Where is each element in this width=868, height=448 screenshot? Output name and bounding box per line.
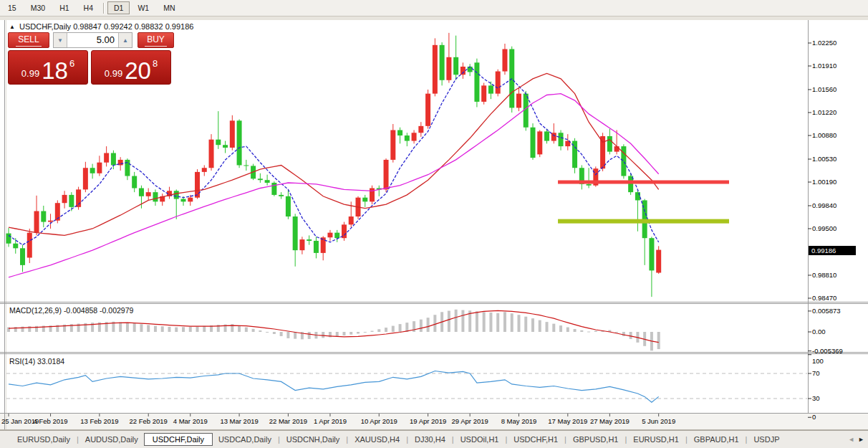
date-axis-label: 1 Apr 2019: [314, 417, 347, 425]
date-axis-label: 19 Apr 2019: [410, 417, 446, 425]
date-axis-label: 8 May 2019: [501, 417, 537, 425]
ask-pip-digit: 8: [153, 58, 158, 69]
rsi-indicator-label: RSI(14) 33.0184: [9, 357, 64, 366]
date-axis-label: 27 May 2019: [590, 417, 630, 425]
ask-big-digits: 20: [125, 61, 151, 81]
date-axis-label: 17 May 2019: [548, 417, 587, 425]
macd-axis-label: 0.00: [812, 328, 826, 335]
chart-ohlc-values: 0.98847 0.99242 0.98832 0.99186: [73, 22, 193, 31]
timeframe-button-w1[interactable]: W1: [131, 1, 155, 14]
price-axis-label: 1.00190: [812, 178, 836, 186]
timeframe-button-d1[interactable]: D1: [107, 1, 130, 14]
sell-button[interactable]: SELL: [8, 32, 49, 48]
timeframe-button-h1[interactable]: H1: [53, 1, 75, 14]
date-axis-label: 10 Apr 2019: [361, 417, 397, 425]
price-axis-label: 0.98470: [812, 294, 836, 302]
ask-prefix: 0.99: [105, 68, 122, 79]
date-axis-label: 13 Mar 2019: [220, 417, 258, 425]
price-axis-label: 1.00530: [812, 155, 836, 163]
macd-axis-label: 0.005873: [812, 307, 841, 315]
tab-usdchf-daily[interactable]: USDCHF,Daily: [144, 433, 213, 446]
price-axis-label: 0.99500: [812, 224, 836, 232]
date-axis-label: 4 Mar 2019: [173, 417, 208, 425]
trading-terminal: { "toolbar": { "timeframes": [ {"label":…: [0, 0, 868, 448]
macd-indicator-label: MACD(12,26,9) -0.004858 -0.002979: [9, 306, 133, 315]
tab-usdcnh-daily[interactable]: USDCNH,Daily: [281, 434, 346, 444]
current-price-tag: 0.99186: [809, 246, 856, 255]
timeframe-button-mn[interactable]: MN: [157, 1, 181, 14]
timeframe-button-m30[interactable]: M30: [24, 1, 52, 14]
tab-gbpusd-h1[interactable]: GBPUSD,H1: [567, 434, 625, 444]
date-axis-label: 22 Feb 2019: [130, 417, 168, 425]
bid-prefix: 0.99: [21, 68, 39, 79]
bid-pip-digit: 6: [69, 58, 74, 69]
tab-scroll-right-icon[interactable]: ►: [858, 436, 864, 443]
price-axis-label: 1.01220: [812, 108, 836, 116]
rsi-axis-label: 30: [812, 394, 820, 402]
bid-big-digits: 18: [42, 61, 68, 81]
tab-usdchf-h1[interactable]: USDCHF,H1: [508, 434, 564, 444]
timeframe-button-h4[interactable]: H4: [77, 1, 100, 14]
toolbar-separator: [103, 3, 104, 14]
price-axis-label: 0.98810: [812, 271, 836, 279]
collapse-triangle-icon[interactable]: ▲: [9, 24, 15, 30]
date-axis-label: 22 Mar 2019: [269, 417, 307, 425]
buy-button[interactable]: BUY: [138, 32, 174, 48]
date-axis-label: 4 Feb 2019: [34, 417, 68, 425]
volume-input[interactable]: 5.00: [67, 33, 118, 47]
volume-decrease-icon[interactable]: ▼: [54, 33, 67, 47]
tab-dj30-h4[interactable]: DJ30,H4: [409, 434, 451, 444]
rsi-axis-label: 0: [812, 413, 816, 421]
one-click-trading-panel: SELL ▼ 5.00 ▲ BUY 0.99 18 6 0.99 20 8: [8, 32, 174, 85]
date-axis-label: 29 Apr 2019: [452, 417, 488, 425]
ask-price-panel[interactable]: 0.99 20 8: [91, 50, 171, 85]
macd-axis-label: -0.005369: [812, 347, 843, 355]
rsi-axis-label: 70: [812, 369, 820, 377]
volume-increase-icon[interactable]: ▲: [118, 33, 132, 47]
tab-usdcad-daily[interactable]: USDCAD,Daily: [213, 434, 277, 444]
timeframe-toolbar: 15M30H1H4D1W1MN: [0, 0, 868, 16]
rsi-axis-label: 100: [812, 357, 824, 365]
chart-tab-bar: EURUSD,Daily|AUDUSD,DailyUSDCHF,DailyUSD…: [0, 430, 868, 448]
volume-stepper: ▼ 5.00 ▲: [53, 32, 132, 48]
price-axis-label: 0.99840: [812, 201, 836, 209]
window-gap: [0, 16, 868, 20]
tab-usdoil-h1[interactable]: USDOil,H1: [455, 434, 505, 444]
price-axis-label: 1.00880: [812, 131, 836, 139]
tab-scroll-left-icon[interactable]: ◄: [848, 436, 854, 443]
bid-price-panel[interactable]: 0.99 18 6: [8, 50, 88, 85]
tab-eurusd-daily[interactable]: EURUSD,Daily: [11, 434, 76, 444]
price-axis-label: 1.01910: [812, 62, 836, 70]
tab-eurusd-h1[interactable]: EURUSD,H1: [627, 434, 685, 444]
timeframe-button-15[interactable]: 15: [1, 1, 23, 14]
chart-symbol-label: USDCHF,Daily: [19, 22, 71, 31]
tab-gbpaud-h1[interactable]: GBPAUD,H1: [688, 434, 745, 444]
date-axis-label: 5 Jun 2019: [642, 417, 675, 425]
tab-scroll-arrows: ◄►: [848, 436, 868, 443]
date-axis-label: 13 Feb 2019: [80, 417, 118, 425]
price-axis-label: 1.01560: [812, 85, 836, 93]
tab-usdjp[interactable]: USDJP: [748, 434, 785, 444]
chart-title: ▲ USDCHF,Daily 0.98847 0.99242 0.98832 0…: [9, 22, 193, 31]
tab-audusd-daily[interactable]: AUDUSD,Daily: [79, 434, 144, 444]
tab-xauusd-h4[interactable]: XAUUSD,H4: [349, 434, 405, 444]
price-axis-label: 1.02250: [812, 39, 836, 47]
